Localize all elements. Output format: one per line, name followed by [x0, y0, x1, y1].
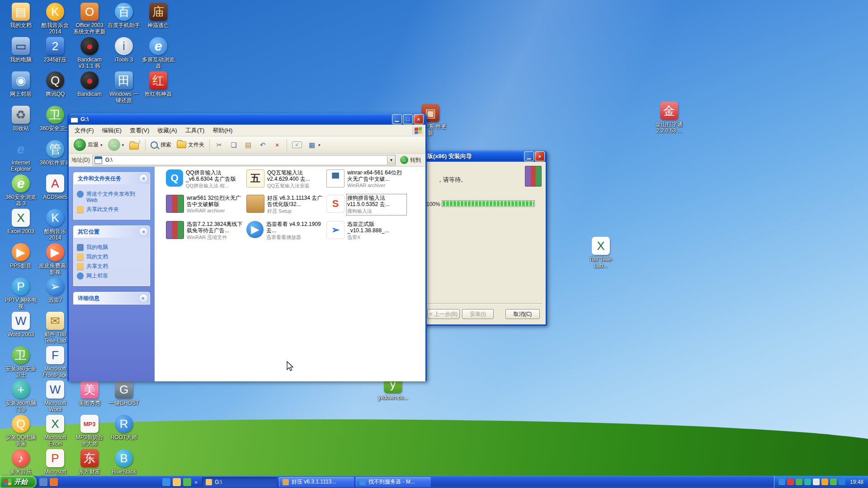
folders-button[interactable]: 文件夹: [175, 140, 207, 150]
desktop-icon[interactable]: X T88 Teile-Lab...: [585, 237, 617, 269]
desktop-icon[interactable]: ▶ PPS影音: [5, 243, 37, 269]
desktop-icon[interactable]: ▶ 皮皮免费高清影视: [39, 243, 71, 275]
desktop-icon[interactable]: ◉ 网上邻居: [5, 71, 37, 97]
explorer-maximize-button[interactable]: □: [403, 114, 413, 124]
views-button[interactable]: ▦ ▾: [305, 140, 323, 150]
desktop-icon[interactable]: ♪ 多米音乐: [5, 449, 37, 475]
search-button[interactable]: 搜索: [148, 140, 174, 150]
taskbar-task-button[interactable]: 找不到服务器 - M...: [356, 477, 431, 487]
sidebar-link[interactable]: 共享此文件夹: [77, 206, 146, 213]
desktop-icon[interactable]: MP3 MP3剪切合并大师: [73, 415, 106, 447]
forward-dropdown-icon[interactable]: ▾: [122, 143, 124, 147]
sidebar-link[interactable]: 共享文档: [77, 263, 146, 270]
quick-launch-icon[interactable]: [173, 478, 181, 486]
tray-icon[interactable]: [830, 479, 837, 485]
file-item[interactable]: S 搜狗拼音输入法 v11.5.0.5352 去... 搜狗输入法: [326, 195, 406, 215]
desktop-icon[interactable]: ▤ 我的文档: [5, 3, 37, 28]
desktop-icon[interactable]: 庙 神庙逃亡: [142, 3, 175, 28]
explorer-minimize-button[interactable]: ▁: [392, 114, 402, 124]
quick-launch-icon[interactable]: [162, 478, 170, 486]
go-button[interactable]: → 转到: [398, 156, 423, 164]
desktop-icon[interactable]: O Office 2003 系统文件更新: [73, 3, 106, 35]
installer-install-button[interactable]: 安装(I): [462, 309, 494, 319]
sidebar-link[interactable]: 我的文档: [77, 253, 146, 260]
views-dropdown-icon[interactable]: ▾: [318, 143, 321, 147]
explorer-close-button[interactable]: ×: [414, 114, 424, 124]
delete-button[interactable]: ×: [270, 140, 284, 150]
quick-launch-icon[interactable]: [50, 478, 58, 486]
desktop-icon[interactable]: F Microsoft FrontPage: [39, 346, 71, 378]
tray-icon[interactable]: [839, 479, 845, 485]
chevron-icon[interactable]: »: [139, 227, 148, 236]
quick-launch-chevron-icon[interactable]: »: [193, 479, 198, 485]
desktop-icon[interactable]: 东 东方财富: [73, 449, 106, 475]
forward-button[interactable]: → ▾: [106, 137, 127, 152]
desktop-icon[interactable]: 卫 360安全卫士: [39, 106, 71, 131]
paste-button[interactable]: ▤: [241, 140, 255, 150]
desktop-icon[interactable]: X Excel 2003: [5, 209, 37, 235]
tray-icon[interactable]: [804, 479, 811, 485]
address-input[interactable]: [104, 157, 387, 163]
menu-item[interactable]: 工具(T): [181, 126, 209, 136]
desktop-icon[interactable]: W Word 2003: [5, 312, 37, 338]
tray-icon[interactable]: [787, 479, 794, 485]
file-item[interactable]: 迅雷7.2.12.3824离线下载免等待去广告... WinRAR 压缩文件: [166, 221, 245, 241]
sidebar-link[interactable]: 网上邻居: [77, 272, 146, 279]
quick-launch-icon[interactable]: [183, 478, 191, 486]
file-item[interactable]: ▶ 迅雷看看 v4.9.12.1909 去... 迅雷看看播放器: [246, 221, 326, 241]
back-button[interactable]: ← 后退 ▾: [71, 137, 105, 152]
sidebar-link[interactable]: 将这个文件夹发布到 Web: [77, 191, 146, 203]
file-item[interactable]: ▀ winrar-x64-561 64位烈火无广告中文破... WinRAR a…: [326, 169, 406, 188]
taskbar-task-button[interactable]: G:\: [202, 477, 277, 487]
desktop-icon[interactable]: R ROOT大师: [108, 415, 140, 441]
back-dropdown-icon[interactable]: ▾: [100, 143, 103, 147]
desktop-icon[interactable]: e 多屏互动浏览器: [142, 37, 175, 69]
sidebar-section-header[interactable]: 详细信息 »: [74, 292, 150, 304]
desktop-icon[interactable]: P PPTV 网络电视: [5, 277, 37, 310]
desktop-icon[interactable]: ➢ 迅雷7: [39, 277, 71, 303]
desktop-icon[interactable]: K 酷狗音乐2014: [39, 209, 71, 241]
file-item[interactable]: wrar561 32位烈火无广告中文破解版 WinRAR archiver: [166, 195, 245, 213]
file-item[interactable]: ➢ 迅雷正式版_v10.1.38.888_... 迅雷X: [326, 221, 406, 241]
menu-item[interactable]: 编辑(E): [98, 126, 126, 136]
desktop-icon[interactable]: G 一键GHOST: [108, 380, 140, 406]
chevron-icon[interactable]: »: [139, 174, 148, 183]
desktop-icon[interactable]: 管 360软件管家: [39, 140, 71, 166]
installer-close-button[interactable]: ×: [535, 151, 545, 161]
installer-minimize-button[interactable]: ▁: [524, 151, 534, 161]
desktop-icon[interactable]: ● Bandicam: [73, 71, 106, 97]
start-button[interactable]: 开始: [0, 476, 37, 488]
file-item[interactable]: 五 QQ五笔输入法 v2.4.629.400 去... QQ五笔输入法安装: [246, 169, 326, 189]
chevron-icon[interactable]: »: [139, 294, 148, 303]
desktop-icon[interactable]: 2 2345好压: [39, 37, 71, 63]
explorer-titlebar[interactable]: G:\ ▁ □ ×: [69, 113, 425, 125]
menu-item[interactable]: 查看(V): [126, 126, 153, 136]
desktop-icon[interactable]: Q 腾讯QQ: [39, 71, 71, 97]
desktop-icon[interactable]: K 酷我音乐盒2014: [39, 3, 71, 35]
menu-item[interactable]: 帮助(H): [208, 126, 236, 136]
desktop-icon[interactable]: 红 抢红包神器: [142, 71, 175, 97]
cut-button[interactable]: ✂: [212, 140, 226, 150]
desktop-icon[interactable]: ● Bandicam v3.1.1 韩: [73, 37, 106, 69]
desktop-icon[interactable]: 卫 安装360安全卫士: [5, 346, 37, 378]
properties-button[interactable]: ✓: [290, 140, 304, 150]
tray-icon[interactable]: [813, 479, 820, 485]
quick-launch-icon[interactable]: [39, 478, 47, 486]
desktop-icon[interactable]: A ACDSee5: [39, 174, 71, 200]
copy-button[interactable]: ❏: [227, 140, 241, 150]
desktop-icon[interactable]: B BlueStack: [108, 449, 140, 475]
file-item[interactable]: Q QQ拼音输入法_v6.6.6304 去广告版 QQ拼音输入法 程...: [166, 169, 245, 189]
sidebar-section-header[interactable]: 其它位置 »: [74, 226, 150, 238]
sidebar-link[interactable]: 我的电脑: [77, 244, 146, 251]
file-item[interactable]: 好压 v6.3.1.11134 去广告优化版!32... 好压 Setup: [246, 195, 326, 215]
undo-button[interactable]: ↶: [256, 140, 269, 150]
tray-icon[interactable]: [778, 479, 785, 485]
desktop-icon[interactable]: 美 美图秀秀: [73, 380, 106, 406]
desktop-icon[interactable]: ♻ 回收站: [5, 106, 37, 131]
installer-back-button[interactable]: < 上一步(B): [427, 309, 460, 319]
desktop-icon[interactable]: e Internet Explorer: [5, 140, 37, 172]
tray-icon[interactable]: [821, 479, 828, 485]
menu-item[interactable]: 文件(F): [71, 126, 98, 136]
desktop-icon[interactable]: 金 金山打字通 2.2.0.53 ...: [653, 102, 685, 134]
menu-item[interactable]: 收藏(A): [153, 126, 181, 136]
